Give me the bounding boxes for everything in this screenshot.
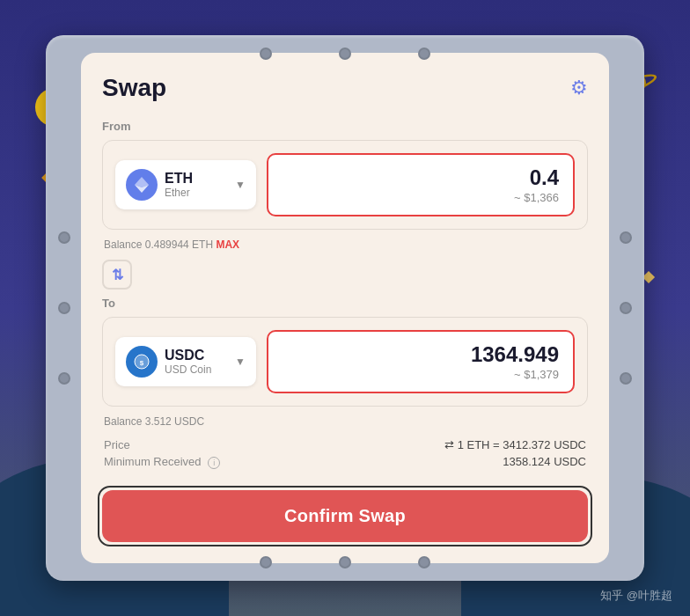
to-token-info: USDC USD Coin (165, 348, 211, 376)
from-amount-box[interactable]: 0.4 ~ $1,366 (267, 153, 575, 216)
to-amount-value: 1364.949 (283, 342, 559, 368)
from-input-section: ETH Ether ▼ 0.4 ~ $1,366 (102, 140, 588, 230)
from-token-name: Ether (165, 187, 193, 199)
swap-header: Swap ⚙ (102, 74, 588, 102)
to-token-selector[interactable]: $ USDC USD Coin ▼ (115, 337, 256, 386)
confirm-swap-button[interactable]: Confirm Swap (102, 490, 588, 542)
price-value: ⇄ 1 ETH = 3412.372 USDC (444, 438, 586, 451)
swap-title: Swap (102, 74, 166, 102)
from-label: From (102, 120, 588, 133)
to-token-name: USD Coin (165, 363, 211, 376)
from-balance: Balance 0.489944 ETH MAX (102, 233, 588, 253)
from-section: From ETH Ether (102, 120, 588, 253)
swap-direction-button[interactable]: ⇅ (102, 260, 132, 290)
price-info: Price ⇄ 1 ETH = 3412.372 USDC Minimum Re… (102, 429, 588, 476)
minimum-received-row: Minimum Received i 1358.124 USDC (104, 455, 586, 469)
price-row: Price ⇄ 1 ETH = 3412.372 USDC (104, 438, 586, 451)
panel-frame: Swap ⚙ From E (46, 35, 644, 581)
to-amount-usd: ~ $1,379 (283, 368, 559, 381)
watermark: 知乎 @叶胜超 (600, 588, 672, 604)
diamond-decoration-2 (642, 271, 655, 283)
to-token-symbol: USDC (165, 348, 211, 363)
to-chevron-icon: ▼ (235, 356, 246, 368)
from-token-symbol: ETH (165, 171, 193, 187)
minimum-label: Minimum Received i (104, 455, 220, 469)
from-token-selector[interactable]: ETH Ether ▼ (115, 160, 256, 209)
swap-card: Swap ⚙ From E (81, 53, 609, 563)
minimum-value: 1358.124 USDC (503, 455, 586, 469)
to-amount-box: 1364.949 ~ $1,379 (267, 330, 575, 393)
price-label: Price (104, 438, 130, 451)
confirm-button-wrapper: Confirm Swap (102, 490, 588, 542)
settings-icon[interactable]: ⚙ (570, 77, 588, 99)
to-section: To $ USDC USD Coin (102, 297, 588, 429)
swap-direction: ⇅ (102, 253, 588, 297)
from-chevron-icon: ▼ (235, 179, 246, 191)
info-icon[interactable]: i (208, 457, 220, 469)
usdc-icon: $ (126, 346, 158, 378)
max-button[interactable]: MAX (216, 238, 239, 251)
from-amount-usd: ~ $1,366 (283, 191, 559, 204)
svg-text:$: $ (140, 359, 144, 367)
from-token-info: ETH Ether (165, 171, 193, 199)
to-balance: Balance 3.512 USDC (102, 410, 588, 429)
to-label: To (102, 297, 588, 310)
from-amount-value: 0.4 (283, 165, 559, 191)
to-input-section: $ USDC USD Coin ▼ 1364.949 ~ $1,379 (102, 317, 588, 407)
eth-icon (126, 169, 158, 201)
